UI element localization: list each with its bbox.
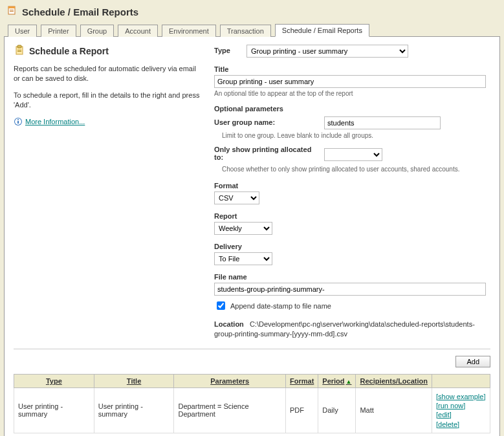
tab-group[interactable]: Group bbox=[80, 25, 115, 37]
left-column: Schedule a Report Reports can be schedul… bbox=[14, 45, 201, 340]
append-date-label: Append date-stamp to file name bbox=[230, 302, 331, 310]
user-group-label: User group name: bbox=[214, 118, 318, 126]
title-label: Title bbox=[214, 65, 490, 73]
delete-link[interactable]: [delete] bbox=[436, 420, 486, 429]
help-text-1: Reports can be scheduled for automatic d… bbox=[14, 64, 201, 84]
col-title[interactable]: Title bbox=[94, 374, 174, 387]
divider bbox=[14, 349, 490, 349]
tab-account[interactable]: Account bbox=[118, 25, 158, 37]
delivery-label: Delivery bbox=[214, 243, 490, 250]
section-title: Schedule a Report bbox=[29, 46, 109, 56]
title-hint: An optional title to appear at the top o… bbox=[214, 90, 490, 97]
col-parameters[interactable]: Parameters bbox=[174, 374, 286, 387]
run-now-link[interactable]: [run now] bbox=[436, 401, 486, 410]
svg-rect-1 bbox=[8, 6, 15, 8]
cell-parameters: Department = Science Department bbox=[174, 387, 286, 433]
svg-rect-11 bbox=[17, 121, 19, 124]
only-show-label: Only show printing allocated to: bbox=[214, 146, 318, 161]
cell-recipients: Matt bbox=[356, 387, 432, 433]
help-text-2: To schedule a report, fill in the detail… bbox=[14, 91, 201, 111]
cell-format: PDF bbox=[286, 387, 318, 433]
col-type[interactable]: Type bbox=[14, 374, 94, 387]
svg-rect-2 bbox=[10, 10, 14, 10]
tab-bar: User Printer Group Account Environment T… bbox=[4, 23, 500, 37]
location-value: C:\Development\pc-ng\server\working\data… bbox=[214, 320, 475, 338]
tab-environment[interactable]: Environment bbox=[162, 25, 216, 37]
report-select[interactable]: Weekly bbox=[214, 222, 272, 235]
col-recipients[interactable]: Recipients/Location bbox=[356, 374, 432, 387]
svg-rect-6 bbox=[17, 50, 21, 50]
cell-period: Daily bbox=[318, 387, 356, 433]
info-icon bbox=[14, 117, 23, 126]
format-select[interactable]: CSV bbox=[214, 191, 259, 204]
col-actions bbox=[432, 374, 490, 387]
type-select[interactable]: Group printing - user summary bbox=[247, 45, 408, 58]
report-icon bbox=[6, 5, 18, 18]
only-show-hint: Choose whether to only show printing all… bbox=[222, 166, 490, 173]
format-label: Format bbox=[214, 182, 490, 190]
col-format[interactable]: Format bbox=[286, 374, 318, 387]
user-group-input[interactable] bbox=[324, 116, 441, 129]
sort-asc-icon: ▲ bbox=[346, 378, 352, 385]
optional-parameters-heading: Optional parameters bbox=[214, 105, 490, 113]
only-show-select[interactable] bbox=[324, 148, 382, 161]
col-period[interactable]: Period▲ bbox=[318, 374, 356, 387]
file-name-label: File name bbox=[214, 273, 490, 281]
append-date-checkbox[interactable] bbox=[217, 301, 225, 310]
tab-transaction[interactable]: Transaction bbox=[220, 25, 271, 37]
table-row: User printing - summary User printing - … bbox=[14, 387, 490, 433]
more-information-label: More Information... bbox=[25, 118, 85, 125]
tab-user[interactable]: User bbox=[8, 25, 37, 37]
location-label: Location bbox=[214, 320, 244, 328]
clipboard-icon bbox=[14, 45, 25, 58]
tab-printer[interactable]: Printer bbox=[41, 25, 76, 37]
show-example-link[interactable]: [show example] bbox=[436, 392, 486, 401]
tab-schedule-email-reports[interactable]: Schedule / Email Reports bbox=[275, 24, 369, 37]
svg-rect-7 bbox=[17, 51, 21, 52]
svg-point-10 bbox=[17, 119, 19, 120]
right-column: Type Group printing - user summary Title… bbox=[214, 45, 490, 340]
svg-rect-3 bbox=[10, 11, 14, 12]
type-label: Type bbox=[214, 47, 240, 54]
report-label: Report bbox=[214, 212, 490, 220]
cell-type: User printing - summary bbox=[14, 387, 94, 433]
delivery-select[interactable]: To File bbox=[214, 252, 272, 265]
cell-title: User printing - summary bbox=[94, 387, 174, 433]
page-header: Schedule / Email Reports bbox=[0, 0, 504, 21]
title-input[interactable] bbox=[214, 75, 486, 88]
more-information-link[interactable]: More Information... bbox=[14, 117, 85, 126]
add-button[interactable]: Add bbox=[455, 356, 490, 367]
page-title: Schedule / Email Reports bbox=[22, 6, 138, 17]
content-panel: Schedule a Report Reports can be schedul… bbox=[4, 37, 500, 436]
cell-actions: [show example] [run now] [edit] [delete] bbox=[432, 387, 490, 433]
reports-table: Type Title Parameters Format Period▲ Rec… bbox=[14, 374, 490, 433]
svg-rect-5 bbox=[17, 45, 21, 48]
location-row: Location C:\Development\pc-ng\server\wor… bbox=[214, 320, 490, 340]
user-group-hint: Limit to one group. Leave blank to inclu… bbox=[222, 132, 490, 139]
file-name-input[interactable] bbox=[214, 283, 486, 296]
edit-link[interactable]: [edit] bbox=[436, 410, 486, 419]
